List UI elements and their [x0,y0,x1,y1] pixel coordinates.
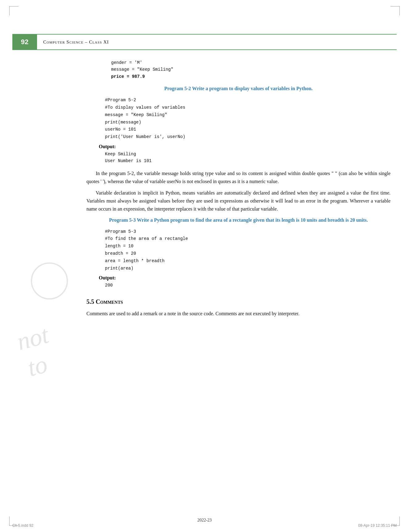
paragraph1: In the program 5-2, the variable message… [86,170,390,186]
initial-code: gender = 'M' message = "Keep Smiling" pr… [111,59,390,80]
corner-tr [390,6,400,15]
output53-code: 200 [105,282,390,289]
page-number: 92 [12,34,37,50]
code-line-gender: gender = 'M' [111,59,390,66]
program52-heading: Program 5-2 Write a program to display v… [86,85,390,92]
code-line-price: price = 987.9 [111,73,390,80]
code-line-message: message = "Keep Smiling" [111,66,390,73]
corner-tl [9,6,19,15]
watermark-circle [31,262,68,300]
header-title: Computer Science – Class XI [43,40,109,45]
watermark-not: not [14,320,52,356]
section55-heading-text: 5.5 Comments [86,298,123,305]
output52-line1: Keep Smiling [105,151,390,157]
p53-line4: breadth = 20 [105,250,390,258]
section55-body: Comments are used to add a remark or a n… [86,310,390,318]
main-content: gender = 'M' message = "Keep Smiling" pr… [86,59,390,339]
footer-date: 08-Apr-19 12:35:11 PM [358,523,397,528]
section55-heading: 5.5 Comments [86,298,390,305]
p53-line2: #To find the area of a rectangle [105,235,390,243]
p53-line1: #Program 5-3 [105,228,390,236]
p53-line5: area = length * breadth [105,258,390,265]
page-header: 92 Computer Science – Class XI [12,34,397,50]
p52-line1: #Program 5-2 [105,97,390,104]
output52-line2: User Number is 101 [105,157,390,164]
output52-code: Keep Smiling User Number is 101 [105,151,390,165]
p53-line6: print(area) [105,265,390,272]
p52-line4: print(message) [105,119,390,126]
page: not to 92 Computer Science – Class XI ge… [0,0,409,532]
output53-label: Output: [99,275,390,281]
output52-label: Output: [99,144,390,149]
header-title-box: Computer Science – Class XI [37,34,397,50]
footer-year: 2022-23 [0,518,409,523]
p52-line2: #To display values of variables [105,104,390,111]
program53-heading: Program 5-3 Write a Python program to fi… [86,216,390,224]
watermark-to: to [24,350,50,382]
program52-code: #Program 5-2 #To display values of varia… [105,97,390,141]
program53-code: #Program 5-3 #To find the area of a rect… [105,228,390,272]
p52-line5: userNo = 101 [105,126,390,133]
footer-file: Ch 5.indd 92 [12,523,33,528]
p52-line3: message = "Keep Smiling" [105,111,390,119]
p53-line3: length = 10 [105,243,390,250]
p52-line6: print('User Number is', userNo) [105,133,390,141]
paragraph2: Variable declaration is implicit in Pyth… [86,189,390,213]
output53-line1: 200 [105,282,390,289]
